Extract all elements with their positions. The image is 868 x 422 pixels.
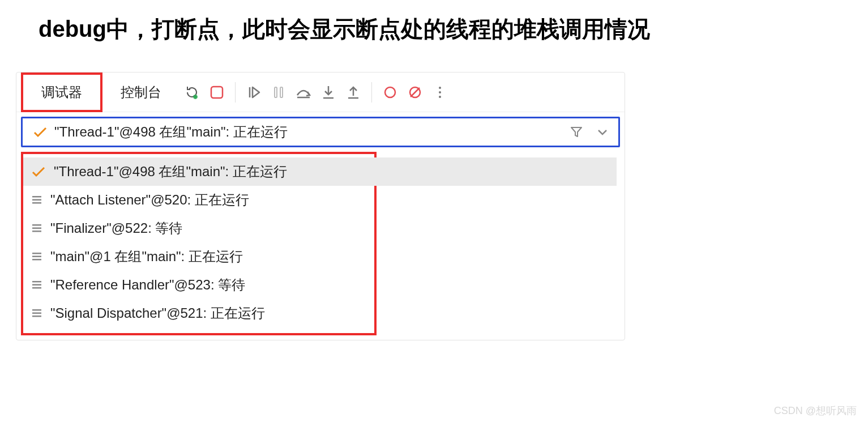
svg-rect-30 xyxy=(32,284,41,286)
tab-console-label: 控制台 xyxy=(121,83,161,101)
watermark: CSDN @想听风雨 xyxy=(774,404,857,417)
svg-rect-26 xyxy=(32,253,41,254)
thread-label: "Attach Listener"@520: 正在运行 xyxy=(50,191,249,209)
filter-button[interactable] xyxy=(570,125,583,139)
thread-label: "Reference Handler"@523: 等待 xyxy=(50,276,245,294)
svg-rect-33 xyxy=(32,313,41,314)
svg-rect-22 xyxy=(32,202,41,204)
step-into-button[interactable] xyxy=(316,80,341,105)
tab-console[interactable]: 控制台 xyxy=(102,73,179,112)
svg-rect-32 xyxy=(32,309,41,311)
thread-lines-icon xyxy=(31,194,42,206)
step-over-button[interactable] xyxy=(291,80,316,105)
thread-list: "Thread-1"@498 在组"main": 正在运行"Attach Lis… xyxy=(21,152,377,335)
more-button[interactable] xyxy=(427,80,452,105)
step-out-icon xyxy=(346,84,361,100)
breakpoints-icon xyxy=(383,85,397,100)
svg-point-16 xyxy=(439,87,441,89)
check-icon xyxy=(31,165,46,178)
step-over-icon xyxy=(295,85,312,100)
svg-rect-27 xyxy=(32,256,41,258)
more-icon xyxy=(438,85,442,100)
svg-rect-34 xyxy=(32,316,41,317)
step-into-icon xyxy=(321,84,336,100)
thread-row[interactable]: "Attach Listener"@520: 正在运行 xyxy=(23,186,374,214)
thread-lines-icon xyxy=(31,223,42,234)
thread-label: "Thread-1"@498 在组"main": 正在运行 xyxy=(54,163,287,181)
pause-icon xyxy=(271,85,286,100)
resume-button[interactable] xyxy=(241,80,266,105)
svg-rect-29 xyxy=(32,281,41,283)
svg-rect-28 xyxy=(32,259,41,261)
rerun-button[interactable] xyxy=(179,80,204,105)
toolbar-separator xyxy=(371,82,372,103)
svg-rect-21 xyxy=(32,199,41,201)
tab-debugger[interactable]: 调试器 xyxy=(21,73,102,112)
svg-rect-25 xyxy=(32,231,41,232)
chevron-down-icon xyxy=(597,128,608,136)
mute-breakpoints-icon xyxy=(408,85,422,100)
thread-lines-icon xyxy=(31,279,42,291)
thread-row[interactable]: "Thread-1"@498 在组"main": 正在运行 xyxy=(23,157,617,186)
check-icon xyxy=(33,126,48,138)
step-out-button[interactable] xyxy=(341,80,366,105)
stop-button[interactable] xyxy=(204,80,229,105)
thread-label: "Signal Dispatcher"@521: 正在运行 xyxy=(50,304,265,322)
svg-rect-6 xyxy=(275,87,277,97)
svg-point-18 xyxy=(439,96,441,98)
svg-rect-31 xyxy=(32,287,41,289)
rerun-icon xyxy=(184,84,200,100)
svg-marker-5 xyxy=(253,87,259,97)
toolbar-separator xyxy=(235,82,236,103)
svg-rect-7 xyxy=(280,87,283,97)
thread-list-area: "Thread-1"@498 在组"main": 正在运行"Attach Lis… xyxy=(16,152,625,335)
tab-debugger-label: 调试器 xyxy=(41,83,82,101)
stop-icon xyxy=(209,85,224,100)
thread-row[interactable]: "main"@1 在组"main": 正在运行 xyxy=(23,242,374,271)
thread-row[interactable]: "Reference Handler"@523: 等待 xyxy=(23,271,374,299)
svg-rect-23 xyxy=(32,224,41,226)
svg-point-17 xyxy=(439,91,441,93)
debug-panel: 调试器 控制台 xyxy=(16,72,625,340)
thread-label: "main"@1 在组"main": 正在运行 xyxy=(50,248,243,266)
page-title: debug中，打断点，此时会显示断点处的线程的堆栈调用情况 xyxy=(0,0,868,45)
thread-lines-icon xyxy=(31,308,42,319)
svg-rect-20 xyxy=(32,196,41,198)
thread-label: "Finalizer"@522: 等待 xyxy=(50,219,182,237)
current-thread-label: "Thread-1"@498 在组"main": 正在运行 xyxy=(54,123,288,141)
thread-row[interactable]: "Finalizer"@522: 等待 xyxy=(23,214,374,242)
view-breakpoints-button[interactable] xyxy=(378,80,403,105)
filter-icon xyxy=(570,125,583,139)
svg-point-13 xyxy=(385,87,395,97)
collapse-button[interactable] xyxy=(597,128,608,136)
svg-rect-24 xyxy=(32,228,41,229)
resume-icon xyxy=(246,84,262,100)
mute-breakpoints-button[interactable] xyxy=(403,80,427,105)
thread-lines-icon xyxy=(31,251,42,262)
pause-button[interactable] xyxy=(266,80,291,105)
thread-row[interactable]: "Signal Dispatcher"@521: 正在运行 xyxy=(23,299,374,327)
debug-toolbar: 调试器 控制台 xyxy=(16,73,625,112)
current-thread-selector[interactable]: "Thread-1"@498 在组"main": 正在运行 xyxy=(21,117,620,147)
svg-rect-3 xyxy=(211,87,223,98)
svg-marker-19 xyxy=(571,127,581,137)
